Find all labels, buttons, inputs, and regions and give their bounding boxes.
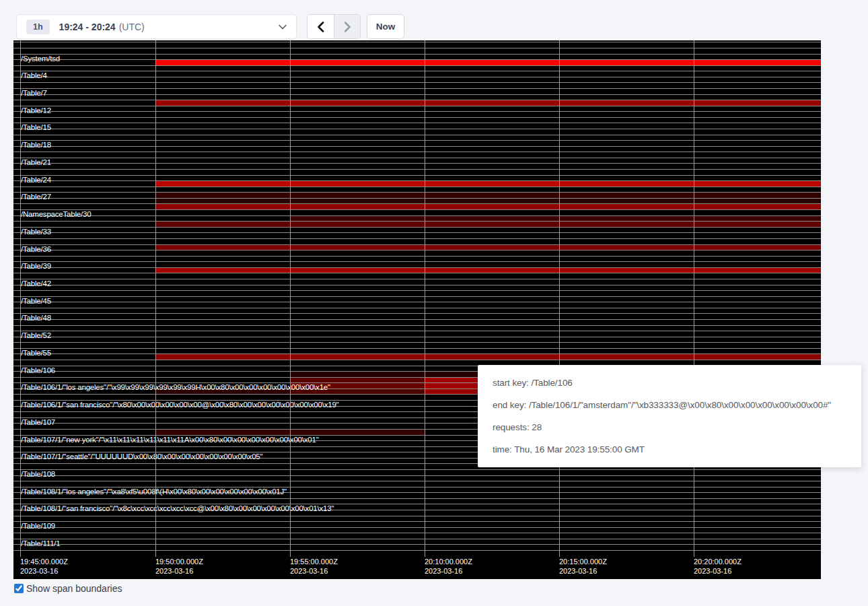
row-label: /Table/39 xyxy=(21,263,51,270)
axis-tick: 19:50:00.000Z2023-03-16 xyxy=(155,557,203,576)
span-boundary-line xyxy=(13,354,821,354)
span-boundary-line xyxy=(13,77,821,77)
axis-tick: 19:45:00.000Z2023-03-16 xyxy=(20,557,68,576)
span-boundary-line xyxy=(13,129,821,129)
heatmap-plot[interactable]: /System/tsd/Table/4/Table/7/Table/12/Tab… xyxy=(13,40,821,553)
chevron-left-icon xyxy=(317,22,324,32)
row-label: /Table/108/1/"los angeles"/"\xa8\xf5\u00… xyxy=(21,488,287,496)
span-boundary-line xyxy=(13,313,821,314)
tooltip-requests: requests: 28 xyxy=(493,421,856,434)
heat-band xyxy=(155,60,821,65)
time-gridline xyxy=(20,40,21,557)
span-boundary-line xyxy=(13,475,821,476)
span-boundary-line xyxy=(13,117,821,118)
span-boundary-line xyxy=(13,279,821,279)
span-boundary-line xyxy=(13,302,821,302)
row-label: /Table/7 xyxy=(21,90,47,97)
span-boundary-line xyxy=(13,106,821,106)
span-boundary-line xyxy=(13,498,821,499)
span-boundary-line xyxy=(13,175,821,176)
heat-band xyxy=(290,216,821,222)
tooltip-start-key: start key: /Table/106 xyxy=(493,376,856,390)
row-label: /Table/107 xyxy=(21,419,55,426)
span-boundary-line xyxy=(13,135,821,135)
key-visualizer-page: 1h 19:24 - 20:24 (UTC) Now /System/tsd/T… xyxy=(0,0,868,606)
now-button[interactable]: Now xyxy=(367,14,404,39)
chevron-down-icon xyxy=(279,24,287,30)
key-visualizer-heatmap[interactable]: /System/tsd/Table/4/Table/7/Table/12/Tab… xyxy=(13,40,821,579)
time-range-zone: (UTC) xyxy=(119,22,145,32)
row-label: /Table/111/1 xyxy=(21,540,61,547)
axis-tick: 19:55:00.000Z2023-03-16 xyxy=(290,557,338,576)
axis-tick: 20:20:00.000Z2023-03-16 xyxy=(694,557,742,576)
row-label: /Table/33 xyxy=(21,228,51,236)
span-boundary-line xyxy=(13,267,821,268)
heat-band xyxy=(155,199,821,204)
show-span-boundaries-checkbox[interactable] xyxy=(14,584,24,593)
prev-range-button[interactable] xyxy=(308,15,334,38)
span-boundary-line xyxy=(13,250,821,250)
span-boundary-line xyxy=(13,65,821,66)
span-boundary-line xyxy=(13,187,821,187)
axis-tick-date: 2023-03-16 xyxy=(290,566,338,576)
span-boundary-line xyxy=(13,550,821,551)
heat-band xyxy=(155,193,821,198)
next-range-button[interactable] xyxy=(334,15,360,38)
time-range-label: 19:24 - 20:24 xyxy=(59,22,116,32)
tooltip-start-key-label: start key: xyxy=(493,378,531,388)
span-boundary-line xyxy=(13,59,821,60)
tooltip-end-key-value: /Table/106/1/"amsterdam"/"\xb333333@\x00… xyxy=(529,400,831,410)
time-range-select[interactable]: 1h 19:24 - 20:24 (UTC) xyxy=(16,14,297,39)
span-boundary-line xyxy=(13,481,821,481)
row-label: /Table/107/1/"new york"/"\x11\x11\x11\x1… xyxy=(21,436,319,444)
span-boundary-line xyxy=(13,100,821,100)
heat-band xyxy=(155,181,821,187)
axis-tick-date: 2023-03-16 xyxy=(155,566,203,576)
span-boundary-line xyxy=(13,232,821,233)
span-boundary-line xyxy=(13,244,821,245)
tooltip-requests-label: requests: xyxy=(493,422,532,432)
span-boundary-line xyxy=(13,111,821,112)
span-boundary-line xyxy=(13,209,821,210)
row-label: /Table/36 xyxy=(21,246,51,253)
span-boundary-line xyxy=(13,169,821,170)
heat-band xyxy=(155,204,821,209)
time-gridline xyxy=(155,40,156,557)
span-boundary-line xyxy=(13,521,821,522)
heat-band xyxy=(155,222,821,227)
row-label: /Table/108/1/"san francisco"/"\x8c\xcc\x… xyxy=(21,505,334,512)
span-boundary-line xyxy=(13,71,821,71)
span-boundary-line xyxy=(13,238,821,239)
tooltip-end-key-label: end key: xyxy=(493,400,529,410)
span-boundary-line xyxy=(13,140,821,141)
span-boundary-line xyxy=(13,337,821,337)
heat-band xyxy=(155,100,821,106)
row-label: /Table/21 xyxy=(21,159,51,166)
span-boundary-line xyxy=(13,227,821,228)
span-boundary-line xyxy=(13,308,821,308)
axis-tick-time: 20:10:00.000Z xyxy=(425,557,472,566)
span-boundary-line xyxy=(13,331,821,331)
span-boundary-line xyxy=(13,192,821,193)
span-boundary-line xyxy=(13,215,821,216)
span-boundary-line xyxy=(13,48,821,48)
time-gridline xyxy=(290,40,291,557)
span-boundary-line xyxy=(13,88,821,89)
span-boundary-line xyxy=(13,544,821,545)
span-boundary-line xyxy=(13,342,821,343)
axis-tick-date: 2023-03-16 xyxy=(694,566,742,576)
span-boundary-line xyxy=(13,146,821,147)
span-boundary-line xyxy=(13,94,821,95)
tooltip-time: time: Thu, 16 Mar 2023 19:55:00 GMT xyxy=(493,443,856,457)
span-boundary-line xyxy=(13,42,821,42)
span-boundary-line xyxy=(13,163,821,164)
row-label: /NamespaceTable/30 xyxy=(21,211,91,218)
footer: Show span boundaries xyxy=(14,583,122,594)
hover-tooltip: start key: /Table/106 end key: /Table/10… xyxy=(478,365,861,467)
axis-tick: 20:15:00.000Z2023-03-16 xyxy=(559,557,607,576)
axis-tick: 20:10:00.000Z2023-03-16 xyxy=(425,557,472,576)
time-axis: 19:45:00.000Z2023-03-1619:50:00.000Z2023… xyxy=(13,553,821,579)
axis-tick-time: 20:20:00.000Z xyxy=(694,557,742,566)
axis-tick-date: 2023-03-16 xyxy=(559,566,607,576)
span-boundary-line xyxy=(13,527,821,528)
